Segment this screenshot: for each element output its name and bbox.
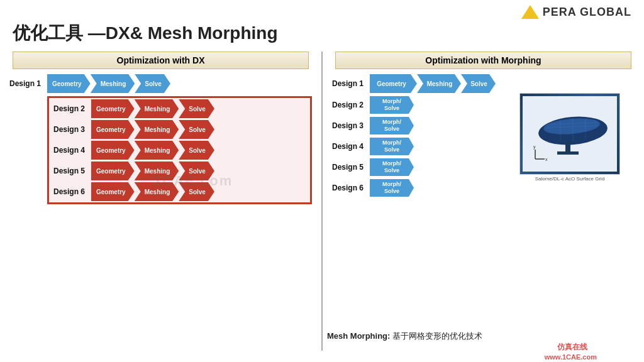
design-label: Design 2 [53, 104, 91, 113]
list-item: Design 5 Morph/Solve [329, 158, 499, 176]
geometry-arrow: Geometry [91, 182, 135, 201]
content-area: Optimization with DX Design 1 Geometry M… [0, 52, 644, 351]
left-panel: Optimization with DX Design 1 Geometry M… [6, 52, 323, 351]
design-label: Design 5 [332, 163, 370, 172]
meshing-arrow: Meshing [91, 74, 135, 93]
list-item: Design 3 Geometry Meshing Solve [50, 120, 309, 139]
solve-arrow: Solve [461, 74, 496, 93]
list-item: Design 4 Morph/Solve [329, 138, 499, 155]
solve-arrow: Solve [179, 99, 214, 118]
model-svg: x y [523, 96, 617, 172]
design-label: Design 4 [332, 142, 370, 151]
watermark-www: www.1CAE.com [545, 353, 597, 361]
morph-arrow: Morph/Solve [370, 117, 414, 134]
left-panel-header: Optimization with DX [13, 52, 309, 69]
model-caption: Salome/DL-c AcO Surface Grid [535, 176, 605, 182]
design-label: Design 5 [53, 167, 91, 175]
header: PERA GLOBAL [0, 0, 644, 21]
geometry-arrow: Geometry [91, 99, 135, 118]
logo-text: PERA GLOBAL [543, 6, 631, 19]
design-label: Design 3 [53, 125, 91, 134]
arrow-container: Geometry Meshing Solve [370, 74, 496, 93]
page-title: 优化工具 —DX& Mesh Morphing [0, 21, 644, 52]
design-label: Design 4 [53, 146, 91, 155]
list-item: Design 2 Geometry Meshing Solve [50, 99, 309, 118]
geometry-arrow: Geometry [91, 120, 135, 139]
arrow-container: Geometry Meshing Solve [47, 74, 170, 93]
design-label: Design 6 [332, 184, 370, 192]
solve-arrow: Solve [179, 162, 214, 180]
model-3d-image: x y [519, 93, 620, 175]
svg-rect-9 [557, 151, 579, 155]
geometry-arrow: Geometry [91, 141, 135, 160]
svg-text:x: x [545, 157, 548, 162]
list-item: Design 6 Geometry Meshing Solve [50, 182, 309, 201]
meshing-arrow: Meshing [135, 141, 179, 160]
bottom-description: Mesh Morphing: 基于网格变形的优化技术 [327, 331, 482, 342]
watermark-1cae: 仿真在线 [557, 342, 587, 353]
list-item: Design 6 Morph/Solve [329, 179, 499, 197]
design-label: Design 3 [332, 121, 370, 130]
solve-arrow: Solve [179, 182, 214, 201]
design-label: Design 6 [53, 187, 91, 196]
list-item: Design 5 Geometry Meshing Solve [50, 162, 309, 180]
solve-arrow: Solve [135, 74, 170, 93]
logo: PERA GLOBAL [521, 5, 631, 19]
logo-icon [521, 5, 539, 19]
design-label: Design 2 [332, 101, 370, 109]
bottom-text-rest: 基于网格变形的优化技术 [390, 331, 482, 341]
morph-arrow: Morph/Solve [370, 179, 414, 197]
list-item: Design 1 Geometry Meshing Solve [329, 74, 499, 93]
meshing-arrow: Meshing [135, 182, 179, 201]
meshing-arrow: Meshing [135, 162, 179, 180]
right-panel-header: Optimization with Morphing [335, 52, 631, 69]
right-designs-col: Design 1 Geometry Meshing Solve Design 2… [329, 74, 499, 200]
list-item: Design 4 Geometry Meshing Solve [50, 141, 309, 160]
arrow-container: Geometry Meshing Solve [91, 141, 214, 160]
design-label: Design 1 [332, 79, 370, 88]
solve-arrow: Solve [179, 141, 214, 160]
svg-text:y: y [533, 145, 536, 150]
geometry-arrow: Geometry [47, 74, 91, 93]
arrow-container: Geometry Meshing Solve [91, 182, 214, 201]
morph-arrow: Morph/Solve [370, 138, 414, 155]
morph-arrow: Morph/Solve [370, 96, 414, 114]
right-panel: Optimization with Morphing Design 1 Geom… [323, 52, 638, 351]
meshing-arrow: Meshing [135, 120, 179, 139]
geometry-arrow: Geometry [370, 74, 417, 93]
meshing-arrow: Meshing [135, 99, 179, 118]
design-label: Design 1 [9, 79, 47, 88]
right-content-rows: Design 1 Geometry Meshing Solve Design 2… [329, 74, 638, 200]
geometry-arrow: Geometry [91, 162, 135, 180]
solve-arrow: Solve [179, 120, 214, 139]
bottom-text-bold: Mesh Morphing: [327, 331, 390, 341]
arrow-container: Geometry Meshing Solve [91, 99, 214, 118]
meshing-arrow: Meshing [417, 74, 461, 93]
list-item: Design 1 Geometry Meshing Solve [6, 74, 315, 93]
arrow-container: Geometry Meshing Solve [91, 162, 214, 180]
list-item: Design 3 Morph/Solve [329, 117, 499, 134]
arrow-container: Geometry Meshing Solve [91, 120, 214, 139]
morph-arrow: Morph/Solve [370, 158, 414, 176]
svg-rect-8 [565, 141, 570, 153]
list-item: Design 2 Morph/Solve [329, 96, 499, 114]
model-image-col: x y Salome/DL-c AcO Surface Grid [502, 74, 638, 200]
red-highlight-box: Design 2 Geometry Meshing Solve Design 3… [47, 96, 312, 204]
